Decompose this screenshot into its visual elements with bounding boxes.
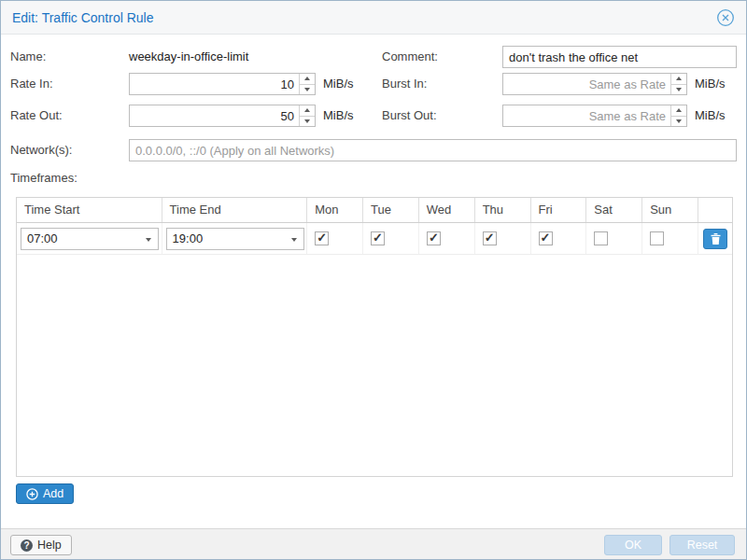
burst-out-field[interactable] [502,105,687,127]
networks-label: Network(s): [10,139,72,161]
timeframes-label: Timeframes: [10,167,78,189]
dialog-header: Edit: Traffic Control Rule [1,1,746,35]
time-end-value: 19:00 [173,231,204,245]
burst-in-field[interactable] [502,73,687,95]
spinner-down-icon[interactable] [671,85,686,95]
column-header-time-start[interactable]: Time Start [17,198,162,222]
networks-input[interactable] [129,139,737,161]
spinner-up-icon[interactable] [671,74,686,85]
column-header-mon[interactable]: Mon [307,198,363,222]
spinner-down-icon[interactable] [300,85,315,95]
spinner-up-icon[interactable] [300,74,315,85]
checkbox-thu[interactable] [483,231,497,245]
burst-out-unit: MiB/s [695,105,726,127]
chevron-down-icon [146,238,151,242]
rate-out-spinner [299,105,315,126]
delete-row-button[interactable] [703,229,727,249]
rate-out-label: Rate Out: [10,105,63,127]
column-header-sun[interactable]: Sun [642,198,698,222]
checkbox-sun[interactable] [650,231,664,245]
burst-out-spinner [670,105,686,126]
checkbox-sat[interactable] [594,231,608,245]
spinner-down-icon[interactable] [671,117,686,127]
time-start-value: 07:00 [27,231,58,245]
checkbox-mon[interactable] [315,231,329,245]
column-header-sat[interactable]: Sat [586,198,642,222]
rate-out-input[interactable] [130,105,315,126]
trash-icon [711,233,721,245]
column-header-actions [698,198,732,222]
time-end-combo[interactable]: 19:00 [166,228,304,250]
column-header-wed[interactable]: Wed [419,198,475,222]
column-header-time-end[interactable]: Time End [162,198,308,222]
ok-button[interactable]: OK [604,535,662,555]
burst-in-label: Burst In: [382,73,427,95]
comment-label: Comment: [382,46,438,68]
question-circle-icon: ? [21,539,33,552]
burst-out-label: Burst Out: [382,105,437,127]
dialog-title: Edit: Traffic Control Rule [12,10,716,25]
burst-out-input[interactable] [503,105,686,126]
spinner-down-icon[interactable] [300,117,315,127]
time-start-combo[interactable]: 07:00 [21,228,159,250]
edit-traffic-control-rule-dialog: { "dialog": { "title": "Edit: Traffic Co… [0,0,747,560]
add-button[interactable]: Add [16,483,74,504]
column-header-thu[interactable]: Thu [475,198,531,222]
rate-in-field[interactable] [129,73,316,95]
rate-out-unit: MiB/s [323,105,354,127]
timeframes-table-header: Time Start Time End Mon Tue Wed Thu Fri … [17,198,732,223]
name-value: weekday-in-office-limit [129,46,248,68]
column-header-tue[interactable]: Tue [363,198,419,222]
help-button-label: Help [37,539,62,552]
burst-in-input[interactable] [503,74,686,94]
help-button[interactable]: ? Help [10,535,72,555]
dialog-footer: ? Help OK Reset [1,528,746,560]
spinner-up-icon[interactable] [671,105,686,117]
checkbox-wed[interactable] [427,231,441,245]
checkbox-fri[interactable] [539,231,553,245]
table-row: 07:00 19:00 [17,223,732,255]
rate-out-field[interactable] [129,105,316,127]
plus-circle-icon [26,488,38,500]
burst-in-spinner [670,74,686,94]
rate-in-unit: MiB/s [323,73,354,95]
rate-in-label: Rate In: [10,73,53,95]
add-button-label: Add [43,487,63,500]
checkbox-tue[interactable] [371,231,385,245]
reset-button[interactable]: Reset [669,535,735,555]
burst-in-unit: MiB/s [695,73,726,95]
comment-input[interactable] [502,46,737,68]
column-header-fri[interactable]: Fri [531,198,587,222]
name-label: Name: [10,46,46,68]
chevron-down-icon [291,238,297,242]
spinner-up-icon[interactable] [300,105,315,117]
timeframes-table: Time Start Time End Mon Tue Wed Thu Fri … [16,197,733,477]
rate-in-input[interactable] [130,74,315,94]
close-icon[interactable] [716,8,735,27]
rate-in-spinner [299,74,315,94]
